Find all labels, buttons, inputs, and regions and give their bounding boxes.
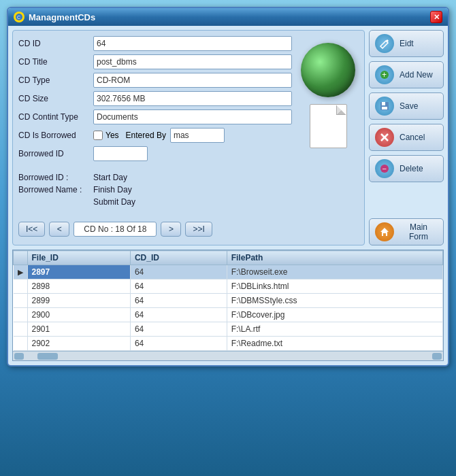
cd-id-input[interactable] — [93, 36, 292, 51]
top-section: CD ID CD Title CD Type CD Size — [18, 36, 359, 165]
cell-filepath: F:\Readme.txt — [227, 337, 442, 351]
main-window: C ManagmentCDs ✕ CD ID CD Title — [7, 7, 449, 367]
borrowed-id-input[interactable] — [93, 146, 148, 161]
borrowed-id2-row: Borrowed ID : Start Day — [18, 173, 359, 182]
delete-label: Delete — [400, 164, 423, 173]
row-indicator — [14, 337, 28, 351]
entered-by-section: Entered By — [126, 128, 225, 143]
last-button[interactable]: >>I — [185, 222, 212, 237]
col-indicator — [14, 251, 28, 265]
cancel-icon — [375, 128, 394, 147]
sidebar: Eidt + Add New Save Cancel — [369, 30, 444, 245]
edit-icon — [375, 34, 394, 53]
close-button[interactable]: ✕ — [430, 11, 442, 23]
save-label: Save — [400, 101, 418, 111]
form-fields: CD ID CD Title CD Type CD Size — [18, 36, 292, 165]
cell-filepath: F:\DBcover.jpg — [227, 308, 442, 322]
hscroll-right[interactable] — [432, 353, 442, 360]
navigation-bar: I<< < CD No : 18 Of 18 > >>I — [18, 219, 359, 239]
add-new-button[interactable]: + Add New — [369, 61, 444, 88]
cd-type-label: CD Type — [18, 75, 93, 85]
edit-label: Eidt — [400, 39, 414, 48]
first-button[interactable]: I<< — [18, 222, 45, 237]
table-header-row: File_ID CD_ID FilePath — [14, 251, 443, 265]
col-filepath: FilePath — [227, 251, 442, 265]
borrowed-id-label: Borrowed ID — [18, 149, 93, 158]
cell-cd-id: 64 — [130, 337, 227, 351]
edit-button[interactable]: Eidt — [369, 30, 444, 57]
table-row[interactable]: 2902 64 F:\Readme.txt — [14, 337, 443, 351]
cell-file-id: 2897 — [27, 265, 130, 279]
cell-cd-id: 64 — [130, 279, 227, 294]
cd-content-label: CD Contint Type — [18, 112, 93, 122]
cd-content-row: CD Contint Type — [18, 109, 292, 124]
svg-rect-6 — [382, 107, 387, 109]
cd-borrowed-checkbox[interactable] — [93, 131, 103, 140]
cd-borrowed-row: CD Is Borrowed Yes Entered By — [18, 128, 292, 143]
cd-title-row: CD Title — [18, 54, 292, 69]
entered-by-input[interactable] — [170, 128, 225, 143]
next-button[interactable]: > — [161, 222, 181, 237]
table-row[interactable]: ▶ 2897 64 F:\Browseit.exe — [14, 265, 443, 279]
hscroll-thumb[interactable] — [37, 353, 58, 360]
prev-button[interactable]: < — [49, 222, 69, 237]
cd-content-input[interactable] — [93, 109, 292, 124]
cd-size-label: CD Size — [18, 94, 93, 103]
sidebar-spacer — [369, 186, 444, 214]
cell-filepath: F:\DBMSStyle.css — [227, 294, 442, 308]
submit-day-label: Submit Day — [93, 197, 135, 207]
cd-no-label: CD No : 18 Of 18 — [74, 222, 157, 237]
entered-by-label: Entered By — [126, 131, 166, 140]
main-form-label: Main Form — [400, 222, 438, 241]
add-icon: + — [375, 65, 394, 84]
cell-file-id: 2900 — [27, 308, 130, 322]
info-section: Borrowed ID : Start Day Borrowed Name : … — [18, 170, 359, 212]
save-icon — [375, 97, 394, 116]
cell-file-id: 2899 — [27, 294, 130, 308]
cell-filepath: F:\LA.rtf — [227, 322, 442, 337]
cd-id-row: CD ID — [18, 36, 292, 51]
start-day-label: Start Day — [93, 173, 127, 182]
delete-icon: − — [375, 159, 394, 178]
hscroll-left[interactable] — [14, 353, 24, 360]
finish-day-label: Finish Day — [93, 185, 132, 194]
cell-file-id: 2902 — [27, 337, 130, 351]
cell-file-id: 2901 — [27, 322, 130, 337]
document-icon — [310, 104, 347, 148]
main-form-button[interactable]: Main Form — [369, 218, 444, 245]
col-file-id: File_ID — [27, 251, 130, 265]
cell-filepath: F:\Browseit.exe — [227, 265, 442, 279]
table-row[interactable]: 2901 64 F:\LA.rtf — [14, 322, 443, 337]
row-indicator — [14, 294, 28, 308]
window-title: ManagmentCDs — [29, 12, 95, 22]
content-area: CD ID CD Title CD Type CD Size — [8, 26, 448, 250]
cd-borrowed-label: CD Is Borrowed — [18, 131, 93, 140]
save-button[interactable]: Save — [369, 92, 444, 120]
table-row[interactable]: 2898 64 F:\DBLinks.html — [14, 279, 443, 294]
cd-title-input[interactable] — [93, 54, 292, 69]
borrowed-id2-label: Borrowed ID : — [18, 173, 93, 182]
title-bar: C ManagmentCDs ✕ — [8, 8, 448, 26]
cell-file-id: 2898 — [27, 279, 130, 294]
cancel-label: Cancel — [400, 133, 425, 142]
svg-rect-5 — [382, 102, 385, 105]
file-table-section: File_ID CD_ID FilePath ▶ 2897 64 F:\Brow… — [12, 250, 444, 361]
cd-type-input[interactable] — [93, 73, 292, 88]
horizontal-scrollbar[interactable] — [13, 351, 443, 360]
cell-cd-id: 64 — [130, 294, 227, 308]
add-label: Add New — [400, 70, 433, 80]
cd-type-row: CD Type — [18, 73, 292, 88]
main-panel: CD ID CD Title CD Type CD Size — [12, 30, 365, 245]
finish-day-area: Finish Day — [93, 185, 132, 194]
table-container[interactable]: File_ID CD_ID FilePath ▶ 2897 64 F:\Brow… — [13, 250, 443, 351]
delete-button[interactable]: − Delete — [369, 155, 444, 182]
cd-title-label: CD Title — [18, 57, 93, 67]
app-icon: C — [14, 12, 25, 22]
row-indicator — [14, 322, 28, 337]
table-row[interactable]: 2900 64 F:\DBcover.jpg — [14, 308, 443, 322]
cd-size-input[interactable] — [93, 91, 292, 106]
table-row[interactable]: 2899 64 F:\DBMSStyle.css — [14, 294, 443, 308]
cell-cd-id: 64 — [130, 308, 227, 322]
file-table: File_ID CD_ID FilePath ▶ 2897 64 F:\Brow… — [13, 250, 443, 351]
cancel-button[interactable]: Cancel — [369, 124, 444, 151]
